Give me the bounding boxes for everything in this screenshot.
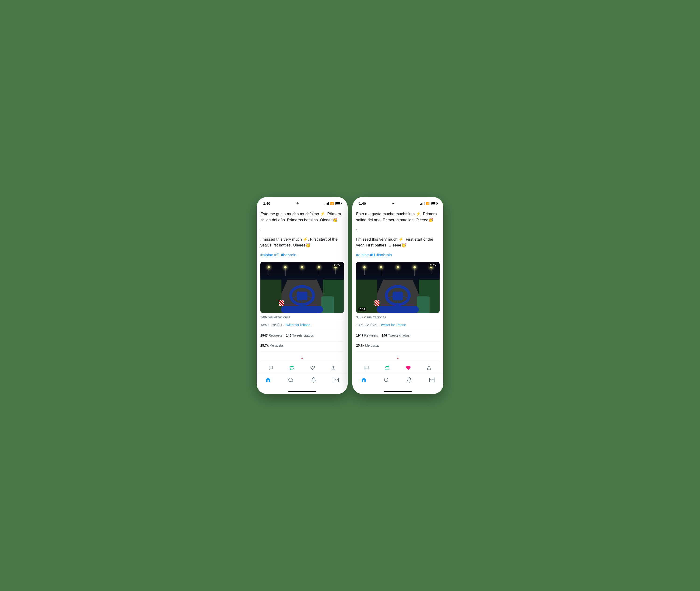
comment-icon-left — [269, 366, 273, 371]
retweet-button-left[interactable] — [287, 364, 296, 373]
signal-bar-r1 — [420, 204, 421, 205]
status-time-right: 1:40 — [359, 201, 366, 205]
home-bar-right — [384, 391, 412, 392]
tweet-image-left[interactable]: F1 TV — [260, 262, 344, 313]
divider-1-right — [356, 321, 440, 321]
bottom-nav-right — [352, 373, 443, 389]
nav-home-right[interactable] — [358, 375, 370, 385]
action-buttons-right — [356, 361, 440, 373]
nav-notifications-left[interactable] — [308, 375, 320, 385]
comment-button-left[interactable] — [266, 364, 276, 373]
likes-row-right: 25,7k Me gusta — [356, 344, 440, 350]
retweet-button-right[interactable] — [383, 364, 392, 373]
tv-logo-right: F1 TV — [429, 264, 437, 267]
track-scene-left: F1 TV — [260, 262, 344, 313]
tweet-hashtags-left[interactable]: #alpine #f1 #bahrain — [260, 252, 344, 258]
tweet-text-english-right: I missed this very much ⚡. First start o… — [356, 237, 440, 248]
like-button-left[interactable] — [308, 364, 317, 373]
timestamp-left: 13:50 · 29/3/21 · Twitter for iPhone — [260, 323, 344, 327]
tweet-spanish-content-r: Esto me gusta mucho muchísimo ⚡. Primera… — [356, 212, 437, 222]
quoted-count-right: 146 Tweets citados — [381, 334, 410, 337]
arrow-indicator-left: ↓ — [260, 353, 344, 360]
signal-bar-1 — [325, 204, 325, 205]
divider-2-left — [260, 329, 344, 329]
nav-home-left[interactable] — [262, 375, 274, 385]
comment-icon-right — [364, 366, 369, 371]
retweet-icon-left — [289, 366, 294, 371]
tweet-text-spanish-left: Esto me gusta mucho muchísimo ⚡. Primera… — [260, 211, 344, 223]
retweets-count-right: 1947 Retweets — [356, 334, 378, 337]
tweet-dot-left: · — [260, 226, 344, 233]
like-button-right[interactable] — [404, 364, 413, 373]
status-icons-left: 📶 — [325, 202, 341, 205]
tv-logo-left: F1 TV — [333, 264, 342, 267]
battery-icon-left — [335, 202, 341, 205]
tweet-content-right[interactable]: Esto me gusta mucho muchísimo ⚡. Primera… — [352, 208, 443, 373]
nav-messages-left[interactable] — [330, 375, 342, 385]
video-duration-right: 0:16 — [358, 308, 366, 311]
red-arrow-left: ↓ — [300, 353, 304, 360]
signal-bars-right — [420, 202, 424, 205]
bottom-nav-left — [257, 373, 348, 389]
home-bar-left — [288, 391, 316, 392]
views-left: 348k visualizaciones — [260, 315, 344, 319]
signal-bar-4 — [328, 202, 329, 205]
tweet-spanish-content: Esto me gusta mucho muchísimo ⚡. Primera… — [260, 212, 341, 222]
red-arrow-right: ↓ — [396, 353, 400, 360]
svg-line-7 — [388, 381, 389, 382]
action-buttons-left — [260, 361, 344, 373]
status-icons-right: 📶 — [420, 202, 437, 205]
arrow-indicator-right: ↓ — [356, 353, 440, 360]
retweets-row-right: 1947 Retweets 146 Tweets citados — [356, 331, 440, 340]
divider-4-left — [260, 351, 344, 352]
like-icon-left — [310, 366, 315, 371]
tweet-hashtags-right[interactable]: #alpine #f1 #bahrain — [356, 252, 440, 258]
nav-search-left[interactable] — [285, 375, 296, 385]
share-button-left[interactable] — [329, 364, 338, 373]
retweets-row-left: 1947 Retweets 146 Tweets citados — [260, 331, 344, 340]
twitter-source-right[interactable]: Twitter for iPhone — [380, 323, 406, 327]
divider-3-left — [260, 341, 344, 342]
nav-icon-left: ✈ — [296, 202, 299, 205]
divider-3-right — [356, 341, 440, 342]
phones-container: 1:40 ✈ 📶 Esto — [252, 192, 448, 399]
tweet-image-right[interactable]: F1 TV 0:16 — [356, 262, 440, 313]
share-icon-left — [331, 366, 336, 371]
tweet-text-english-left: I missed this very much ⚡. First start o… — [260, 237, 344, 248]
share-button-right[interactable] — [424, 364, 434, 373]
divider-2-right — [356, 329, 440, 329]
signal-bar-2 — [326, 203, 327, 205]
retweets-count-left: 1947 Retweets — [260, 334, 282, 337]
signal-bar-r2 — [421, 203, 422, 205]
wifi-icon-left: 📶 — [330, 202, 334, 205]
nav-notifications-right[interactable] — [404, 375, 415, 385]
battery-icon-right — [431, 202, 437, 205]
signal-bar-r3 — [423, 203, 423, 205]
tweet-english-content: I missed this very much ⚡. First start o… — [260, 237, 338, 248]
signal-bar-r4 — [424, 202, 424, 205]
likes-row-left: 25,7k Me gusta — [260, 344, 344, 350]
tweet-content-left[interactable]: Esto me gusta mucho muchísimo ⚡. Primera… — [257, 208, 348, 373]
signal-bar-3 — [327, 203, 328, 205]
twitter-source-left[interactable]: Twitter for iPhone — [285, 323, 310, 327]
svg-point-6 — [384, 378, 388, 382]
quoted-count-left: 146 Tweets citados — [286, 334, 314, 337]
comment-button-right[interactable] — [362, 364, 371, 373]
tweet-dot-right: · — [356, 226, 440, 233]
nav-icon-right: ✈ — [392, 202, 395, 205]
status-bar-right: 1:40 ✈ 📶 — [352, 197, 443, 208]
share-icon-right — [427, 366, 431, 371]
divider-1-left — [260, 321, 344, 321]
phone-after: 1:40 ✈ 📶 Esto — [352, 197, 443, 394]
tweet-english-content-r: I missed this very much ⚡. First start o… — [356, 237, 433, 248]
retweet-icon-right — [385, 366, 390, 371]
timestamp-right: 13:50 · 29/3/21 · Twitter for iPhone — [356, 323, 440, 327]
svg-point-2 — [289, 378, 292, 382]
nav-messages-right[interactable] — [426, 375, 438, 385]
wifi-icon-right: 📶 — [426, 202, 430, 205]
track-scene-right: F1 TV 0:16 — [356, 262, 440, 313]
divider-4-right — [356, 351, 440, 352]
signal-bars-left — [325, 202, 329, 205]
views-right: 348k visualizaciones — [356, 315, 440, 319]
nav-search-right[interactable] — [380, 375, 392, 385]
